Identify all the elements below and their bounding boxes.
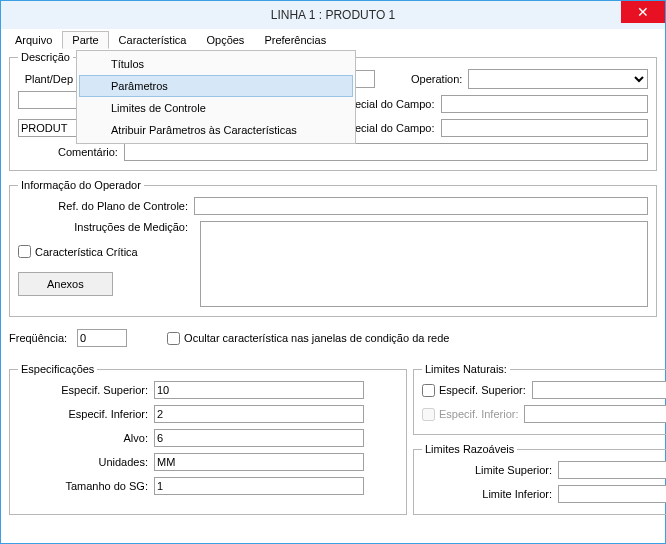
fieldset-especificacoes: Especificações Especif. Superior: Especi… (9, 363, 407, 515)
legend-especificacoes: Especificações (18, 363, 97, 375)
input-especial1[interactable] (441, 95, 649, 113)
menubar: Arquivo Parte Característica Opções Pref… (1, 29, 665, 51)
input-nat-sup[interactable] (532, 381, 666, 399)
menu-caracteristica[interactable]: Característica (109, 31, 197, 49)
label-instrucoes: Instruções de Medição: (18, 221, 188, 233)
checkbox-nat-inf (422, 408, 435, 421)
textarea-instrucoes[interactable] (200, 221, 648, 307)
input-alvo[interactable] (154, 429, 364, 447)
legend-operador: Informação do Operador (18, 179, 144, 191)
dropdown-titulos[interactable]: Títulos (79, 53, 353, 75)
input-espec-inf[interactable] (154, 405, 364, 423)
label-nat-inf: Especif. Inferior: (439, 408, 518, 420)
label-ref-plano: Ref. do Plano de Controle: (18, 200, 188, 212)
application-window: LINHA 1 : PRODUTO 1 ✕ Arquivo Parte Cara… (0, 0, 666, 544)
input-caracteristica[interactable] (18, 119, 78, 137)
input-especial2[interactable] (441, 119, 649, 137)
input-tamanho-sg[interactable] (154, 477, 364, 495)
input-raz-inf[interactable] (558, 485, 666, 503)
label-espec-inf: Especif. Inferior: (18, 408, 148, 420)
dropdown-parametros[interactable]: Parâmetros (79, 75, 353, 97)
label-frequencia: Freqüência: (9, 332, 67, 344)
label-nat-sup: Especif. Superior: (439, 384, 526, 396)
label-unidades: Unidades: (18, 456, 148, 468)
label-operation: Operation: (411, 73, 462, 85)
label-critica: Característica Crítica (35, 246, 138, 258)
menu-parte-dropdown: Títulos Parâmetros Limites de Controle A… (76, 50, 356, 144)
input-frequencia[interactable] (77, 329, 127, 347)
label-raz-inf: Limite Inferior: (422, 488, 552, 500)
window-title: LINHA 1 : PRODUTO 1 (271, 8, 395, 22)
menu-preferencias[interactable]: Preferências (254, 31, 336, 49)
titlebar: LINHA 1 : PRODUTO 1 ✕ (1, 1, 665, 29)
input-comentario[interactable] (124, 143, 648, 161)
fieldset-operador: Informação do Operador Ref. do Plano de … (9, 179, 657, 317)
label-alvo: Alvo: (18, 432, 148, 444)
input-raz-sup[interactable] (558, 461, 666, 479)
checkbox-nat-sup[interactable] (422, 384, 435, 397)
fieldset-limites-razoaveis: Limites Razoáveis Limite Superior: Limit… (413, 443, 666, 515)
close-icon: ✕ (637, 4, 649, 20)
label-ocultar: Ocultar característica nas janelas de co… (184, 332, 449, 344)
label-espec-sup: Especif. Superior: (18, 384, 148, 396)
select-operation[interactable] (468, 69, 648, 89)
menu-opcoes[interactable]: Opções (196, 31, 254, 49)
input-nat-inf (524, 405, 666, 423)
legend-naturais: Limites Naturais: (422, 363, 510, 375)
close-button[interactable]: ✕ (621, 1, 665, 23)
label-raz-sup: Limite Superior: (422, 464, 552, 476)
label-tamanho-sg: Tamanho do SG: (18, 480, 148, 492)
label-plant-dept: Plant/Dep (18, 73, 73, 85)
legend-descricao: Descrição (18, 51, 73, 63)
row-frequencia: Freqüência: Ocultar característica nas j… (9, 329, 657, 347)
menu-arquivo[interactable]: Arquivo (5, 31, 62, 49)
legend-razoaveis: Limites Razoáveis (422, 443, 517, 455)
dropdown-atribuir[interactable]: Atribuir Parâmetros às Características (79, 119, 353, 141)
checkbox-critica[interactable] (18, 245, 31, 258)
fieldset-limites-naturais: Limites Naturais: Especif. Superior: Esp… (413, 363, 666, 435)
input-espec-sup[interactable] (154, 381, 364, 399)
label-comentario: Comentário: (58, 146, 118, 158)
dropdown-limites[interactable]: Limites de Controle (79, 97, 353, 119)
button-anexos[interactable]: Anexos (18, 272, 113, 296)
label-especial1: ecial do Campo: (355, 98, 435, 110)
menu-parte[interactable]: Parte (62, 31, 108, 49)
input-ref-plano[interactable] (194, 197, 648, 215)
label-especial2: ecial do Campo: (355, 122, 435, 134)
input-unidades[interactable] (154, 453, 364, 471)
checkbox-ocultar[interactable] (167, 332, 180, 345)
